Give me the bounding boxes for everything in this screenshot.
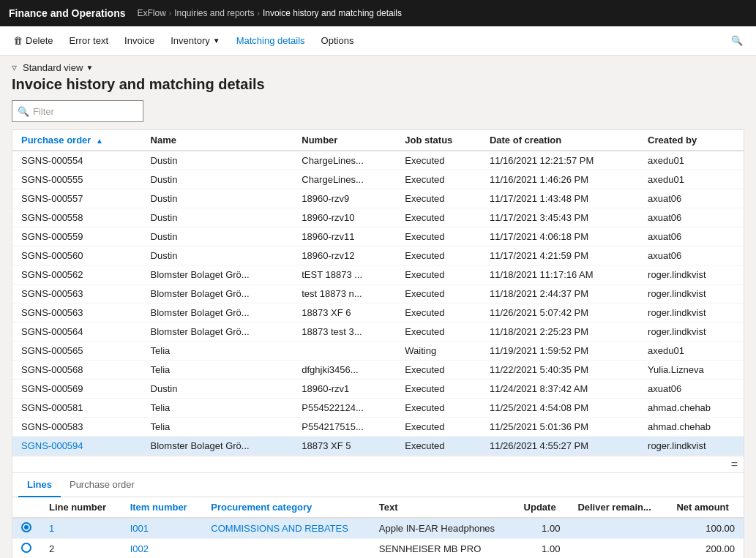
cell-name: Dustin [142, 227, 293, 246]
cell-number [293, 342, 396, 361]
cell-date-of-creation: 11/16/2021 12:21:57 PM [481, 151, 639, 170]
filter-input[interactable] [12, 100, 143, 122]
col-deliver-remain[interactable]: Deliver remain... [569, 497, 667, 518]
table-row[interactable]: SGNS-000555 Dustin ChargeLines... Execut… [12, 170, 744, 189]
cell-job-status: Executed [396, 323, 481, 342]
cell-date-of-creation: 11/18/2021 2:44:37 PM [481, 284, 639, 303]
cell-number: 18873 XF 6 [293, 303, 396, 323]
standard-view-selector[interactable]: Standard view ▼ [23, 62, 93, 73]
matching-details-button[interactable]: Matching details [229, 32, 312, 49]
cell-number: 18960-rzv12 [293, 246, 396, 265]
col-name[interactable]: Name [142, 130, 293, 151]
table-row[interactable]: SGNS-000558 Dustin 18960-rzv10 Executed … [12, 208, 744, 227]
standard-view-label: Standard view [23, 62, 83, 73]
table-row[interactable]: SGNS-000594 Blomster Bolaget Grö... 1887… [12, 437, 744, 456]
cell-purchase-order: SGNS-000568 [12, 361, 142, 380]
cell-job-status: Executed [396, 265, 481, 284]
chevron-down-icon: ▼ [86, 64, 93, 72]
tab-purchase-order[interactable]: Purchase order [61, 473, 143, 497]
search-button[interactable]: 🔍 [724, 32, 750, 49]
table-row[interactable]: SGNS-000554 Dustin ChargeLines... Execut… [12, 151, 744, 170]
col-number[interactable]: Number [293, 130, 396, 151]
cell-purchase-order: SGNS-000565 [12, 342, 142, 361]
table-row[interactable]: SGNS-000581 Telia P554522124... Executed… [12, 399, 744, 418]
cell-created-by: axuat06 [639, 380, 744, 399]
list-item[interactable]: 1 I001 COMMISSIONS AND REBATES Apple IN-… [12, 518, 744, 539]
filter-input-icon: 🔍 [18, 106, 29, 117]
radio-button[interactable] [21, 543, 31, 553]
table-row[interactable]: SGNS-000563 Blomster Bolaget Grö... 1887… [12, 303, 744, 323]
bottom-table: Line number Item number Procurement cate… [12, 497, 744, 558]
col-update[interactable]: Update [515, 497, 569, 518]
breadcrumb-inquiries[interactable]: Inquiries and reports [174, 8, 254, 18]
table-row[interactable]: SGNS-000569 Dustin 18960-rzv1 Executed 1… [12, 380, 744, 399]
col-date-of-creation[interactable]: Date of creation [481, 130, 639, 151]
cell-name: Dustin [142, 151, 293, 170]
cell-created-by: ahmad.chehab [639, 418, 744, 437]
col-radio [12, 497, 40, 518]
cell-radio[interactable] [12, 518, 40, 539]
cell-number: test 18873 n... [293, 284, 396, 303]
cell-purchase-order: SGNS-000562 [12, 265, 142, 284]
col-text[interactable]: Text [370, 497, 515, 518]
radio-button[interactable] [21, 522, 31, 532]
cell-text: SENNHEISER MB PRO [370, 539, 515, 559]
cell-text: Apple IN-EAR Headphones [370, 518, 515, 539]
cell-created-by: roger.lindkvist [639, 303, 744, 323]
cell-purchase-order: SGNS-000554 [12, 151, 142, 170]
cell-number: 18873 XF 5 [293, 437, 396, 456]
inventory-button[interactable]: Inventory ▼ [163, 32, 227, 49]
table-row[interactable]: SGNS-000583 Telia P554217515... Executed… [12, 418, 744, 437]
cell-procurement-category [202, 539, 370, 559]
options-button[interactable]: Options [314, 32, 362, 49]
cell-created-by: axuat06 [639, 246, 744, 265]
cell-date-of-creation: 11/25/2021 4:54:08 PM [481, 399, 639, 418]
table-row[interactable]: SGNS-000562 Blomster Bolaget Grö... tEST… [12, 265, 744, 284]
col-job-status[interactable]: Job status [396, 130, 481, 151]
cell-name: Dustin [142, 380, 293, 399]
cell-deliver-remain [569, 518, 667, 539]
invoice-button[interactable]: Invoice [117, 32, 162, 49]
error-text-button[interactable]: Error text [62, 32, 116, 49]
breadcrumb-exflow[interactable]: ExFlow [137, 8, 165, 18]
list-item[interactable]: 2 I002 SENNHEISER MB PRO 1.00 200.00 [12, 539, 744, 559]
cell-job-status: Executed [396, 303, 481, 323]
cell-radio[interactable] [12, 539, 40, 559]
error-text-label: Error text [70, 35, 108, 46]
delete-button[interactable]: 🗑 Delete [6, 32, 61, 49]
cell-job-status: Executed [396, 380, 481, 399]
col-line-number[interactable]: Line number [40, 497, 121, 518]
table-row[interactable]: SGNS-000565 Telia Waiting 11/19/2021 1:5… [12, 342, 744, 361]
bottom-table-header-row: Line number Item number Procurement cate… [12, 497, 744, 518]
cell-name: Dustin [142, 246, 293, 265]
breadcrumb: ExFlow › Inquiries and reports › Invoice… [137, 8, 402, 18]
table-row[interactable]: SGNS-000557 Dustin 18960-rzv9 Executed 1… [12, 189, 744, 208]
cell-date-of-creation: 11/17/2021 4:06:18 PM [481, 227, 639, 246]
inventory-label: Inventory [171, 35, 209, 46]
col-procurement-category[interactable]: Procurement category [202, 497, 370, 518]
cell-job-status: Executed [396, 227, 481, 246]
search-icon: 🔍 [731, 35, 743, 46]
col-item-number[interactable]: Item number [121, 497, 203, 518]
cell-name: Telia [142, 342, 293, 361]
chevron-down-icon: ▼ [213, 37, 220, 45]
cell-name: Dustin [142, 170, 293, 189]
cell-job-status: Waiting [396, 342, 481, 361]
table-row[interactable]: SGNS-000560 Dustin 18960-rzv12 Executed … [12, 246, 744, 265]
main-table-header-row: Purchase order ▲ Name Number Job status … [12, 130, 744, 151]
table-row[interactable]: SGNS-000563 Blomster Bolaget Grö... test… [12, 284, 744, 303]
table-row[interactable]: SGNS-000568 Telia dfghjki3456... Execute… [12, 361, 744, 380]
table-row[interactable]: SGNS-000559 Dustin 18960-rzv11 Executed … [12, 227, 744, 246]
col-created-by[interactable]: Created by [639, 130, 744, 151]
cell-job-status: Executed [396, 399, 481, 418]
cell-update: 1.00 [515, 518, 569, 539]
col-net-amount[interactable]: Net amount [667, 497, 744, 518]
tab-lines[interactable]: Lines [18, 473, 61, 497]
table-row[interactable]: SGNS-000564 Blomster Bolaget Grö... 1887… [12, 323, 744, 342]
cell-net-amount: 100.00 [667, 518, 744, 539]
cell-job-status: Executed [396, 437, 481, 456]
cell-name: Dustin [142, 208, 293, 227]
cell-number: P554522124... [293, 399, 396, 418]
cell-number: 18960-rzv10 [293, 208, 396, 227]
col-purchase-order[interactable]: Purchase order ▲ [12, 130, 142, 151]
